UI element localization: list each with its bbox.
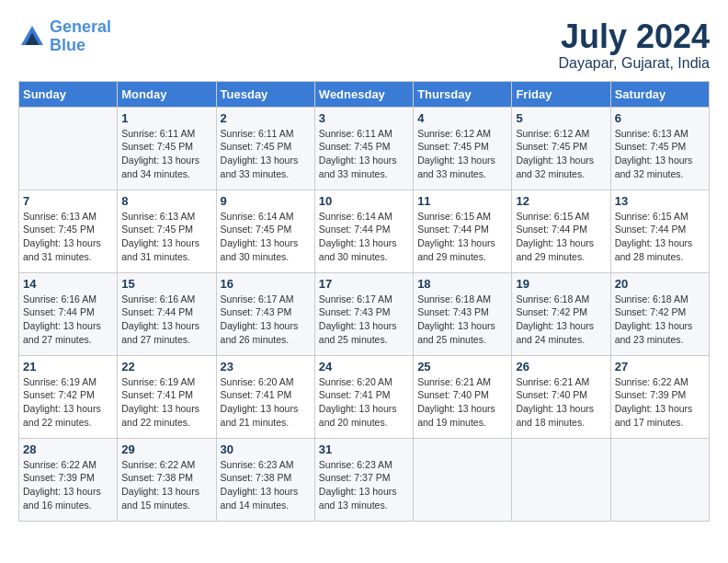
day-info: Sunrise: 6:15 AMSunset: 7:44 PMDaylight:… (615, 210, 705, 264)
day-number: 29 (121, 442, 211, 456)
day-number: 10 (319, 194, 409, 208)
day-cell: 14Sunrise: 6:16 AMSunset: 7:44 PMDayligh… (19, 272, 118, 355)
day-info: Sunrise: 6:13 AMSunset: 7:45 PMDaylight:… (615, 127, 705, 181)
day-info: Sunrise: 6:17 AMSunset: 7:43 PMDaylight:… (221, 293, 311, 347)
day-number: 3 (319, 111, 409, 125)
day-number: 15 (121, 277, 211, 291)
day-cell: 28Sunrise: 6:22 AMSunset: 7:39 PMDayligh… (19, 438, 118, 521)
day-info: Sunrise: 6:23 AMSunset: 7:38 PMDaylight:… (221, 458, 311, 512)
day-info: Sunrise: 6:19 AMSunset: 7:41 PMDaylight:… (121, 375, 211, 430)
day-info: Sunrise: 6:13 AMSunset: 7:45 PMDaylight:… (121, 210, 211, 264)
day-cell: 20Sunrise: 6:18 AMSunset: 7:42 PMDayligh… (610, 272, 709, 355)
day-number: 23 (221, 360, 311, 373)
day-info: Sunrise: 6:15 AMSunset: 7:44 PMDaylight:… (417, 210, 507, 264)
header-row: SundayMondayTuesdayWednesdayThursdayFrid… (19, 81, 710, 107)
day-info: Sunrise: 6:18 AMSunset: 7:42 PMDaylight:… (516, 293, 606, 347)
day-number: 17 (319, 277, 409, 291)
day-cell: 30Sunrise: 6:23 AMSunset: 7:38 PMDayligh… (216, 438, 314, 521)
day-cell: 24Sunrise: 6:20 AMSunset: 7:41 PMDayligh… (314, 355, 413, 438)
day-info: Sunrise: 6:11 AMSunset: 7:45 PMDaylight:… (319, 127, 409, 181)
week-row-4: 21Sunrise: 6:19 AMSunset: 7:42 PMDayligh… (19, 355, 710, 438)
day-number: 25 (417, 360, 507, 373)
day-number: 8 (121, 194, 211, 208)
day-number: 30 (221, 442, 311, 456)
day-cell: 7Sunrise: 6:13 AMSunset: 7:45 PMDaylight… (19, 190, 118, 272)
day-info: Sunrise: 6:14 AMSunset: 7:44 PMDaylight:… (319, 210, 409, 264)
day-number: 7 (23, 194, 113, 208)
day-cell: 8Sunrise: 6:13 AMSunset: 7:45 PMDaylight… (118, 190, 216, 272)
day-cell: 16Sunrise: 6:17 AMSunset: 7:43 PMDayligh… (216, 272, 314, 355)
day-number: 11 (417, 194, 507, 208)
col-header-saturday: Saturday (610, 81, 709, 107)
day-number: 14 (23, 277, 113, 291)
day-number: 9 (221, 194, 311, 208)
day-cell: 6Sunrise: 6:13 AMSunset: 7:45 PMDaylight… (610, 107, 709, 190)
title-block: July 2024 Dayapar, Gujarat, India (558, 18, 710, 72)
day-cell: 13Sunrise: 6:15 AMSunset: 7:44 PMDayligh… (610, 190, 709, 272)
day-cell (414, 438, 512, 521)
day-number: 26 (516, 360, 606, 373)
day-number: 2 (221, 111, 311, 125)
page-header: General Blue July 2024 Dayapar, Gujarat,… (18, 18, 710, 72)
day-info: Sunrise: 6:15 AMSunset: 7:44 PMDaylight:… (516, 210, 606, 264)
day-number: 5 (516, 111, 606, 125)
day-cell: 9Sunrise: 6:14 AMSunset: 7:45 PMDaylight… (216, 190, 314, 272)
day-number: 20 (615, 277, 705, 291)
day-cell: 2Sunrise: 6:11 AMSunset: 7:45 PMDaylight… (216, 107, 314, 190)
logo-text: General Blue (50, 18, 111, 55)
day-info: Sunrise: 6:21 AMSunset: 7:40 PMDaylight:… (516, 375, 606, 430)
calendar-table: SundayMondayTuesdayWednesdayThursdayFrid… (18, 81, 710, 522)
day-number: 31 (319, 442, 409, 456)
day-number: 27 (615, 360, 705, 373)
day-info: Sunrise: 6:22 AMSunset: 7:39 PMDaylight:… (23, 458, 113, 512)
col-header-thursday: Thursday (414, 81, 512, 107)
day-number: 18 (417, 277, 507, 291)
day-info: Sunrise: 6:12 AMSunset: 7:45 PMDaylight:… (417, 127, 507, 181)
day-number: 21 (23, 360, 113, 373)
day-info: Sunrise: 6:17 AMSunset: 7:43 PMDaylight:… (319, 293, 409, 347)
day-cell: 11Sunrise: 6:15 AMSunset: 7:44 PMDayligh… (414, 190, 512, 272)
month-title: July 2024 (558, 18, 710, 55)
day-cell: 10Sunrise: 6:14 AMSunset: 7:44 PMDayligh… (314, 190, 413, 272)
day-info: Sunrise: 6:22 AMSunset: 7:38 PMDaylight:… (121, 458, 211, 512)
day-info: Sunrise: 6:21 AMSunset: 7:40 PMDaylight:… (417, 375, 507, 430)
day-info: Sunrise: 6:16 AMSunset: 7:44 PMDaylight:… (121, 293, 211, 347)
day-cell: 22Sunrise: 6:19 AMSunset: 7:41 PMDayligh… (118, 355, 216, 438)
logo-line1: General (50, 17, 111, 36)
day-info: Sunrise: 6:19 AMSunset: 7:42 PMDaylight:… (23, 375, 113, 430)
day-number: 28 (23, 442, 113, 456)
day-number: 19 (516, 277, 606, 291)
day-info: Sunrise: 6:11 AMSunset: 7:45 PMDaylight:… (221, 127, 311, 181)
day-info: Sunrise: 6:13 AMSunset: 7:45 PMDaylight:… (23, 210, 113, 264)
day-number: 6 (615, 111, 705, 125)
day-cell: 17Sunrise: 6:17 AMSunset: 7:43 PMDayligh… (314, 272, 413, 355)
week-row-5: 28Sunrise: 6:22 AMSunset: 7:39 PMDayligh… (19, 438, 710, 521)
day-cell: 18Sunrise: 6:18 AMSunset: 7:43 PMDayligh… (414, 272, 512, 355)
col-header-friday: Friday (512, 81, 610, 107)
day-info: Sunrise: 6:11 AMSunset: 7:45 PMDaylight:… (121, 127, 211, 181)
logo-icon (18, 23, 46, 51)
day-info: Sunrise: 6:18 AMSunset: 7:43 PMDaylight:… (417, 293, 507, 347)
day-number: 24 (319, 360, 409, 373)
day-number: 16 (221, 277, 311, 291)
day-number: 1 (121, 111, 211, 125)
day-cell: 25Sunrise: 6:21 AMSunset: 7:40 PMDayligh… (414, 355, 512, 438)
day-cell: 19Sunrise: 6:18 AMSunset: 7:42 PMDayligh… (512, 272, 610, 355)
day-cell: 21Sunrise: 6:19 AMSunset: 7:42 PMDayligh… (19, 355, 118, 438)
week-row-2: 7Sunrise: 6:13 AMSunset: 7:45 PMDaylight… (19, 190, 710, 272)
day-cell: 12Sunrise: 6:15 AMSunset: 7:44 PMDayligh… (512, 190, 610, 272)
day-info: Sunrise: 6:23 AMSunset: 7:37 PMDaylight:… (319, 458, 409, 512)
day-cell: 3Sunrise: 6:11 AMSunset: 7:45 PMDaylight… (314, 107, 413, 190)
day-cell: 15Sunrise: 6:16 AMSunset: 7:44 PMDayligh… (118, 272, 216, 355)
day-cell (19, 107, 118, 190)
day-cell: 23Sunrise: 6:20 AMSunset: 7:41 PMDayligh… (216, 355, 314, 438)
logo-line2: Blue (50, 36, 85, 54)
col-header-sunday: Sunday (19, 81, 118, 107)
day-number: 22 (121, 360, 211, 373)
day-info: Sunrise: 6:20 AMSunset: 7:41 PMDaylight:… (319, 375, 409, 430)
day-info: Sunrise: 6:16 AMSunset: 7:44 PMDaylight:… (23, 293, 113, 347)
day-cell: 27Sunrise: 6:22 AMSunset: 7:39 PMDayligh… (610, 355, 709, 438)
location: Dayapar, Gujarat, India (558, 55, 710, 72)
day-info: Sunrise: 6:22 AMSunset: 7:39 PMDaylight:… (615, 375, 705, 430)
logo: General Blue (18, 18, 111, 55)
